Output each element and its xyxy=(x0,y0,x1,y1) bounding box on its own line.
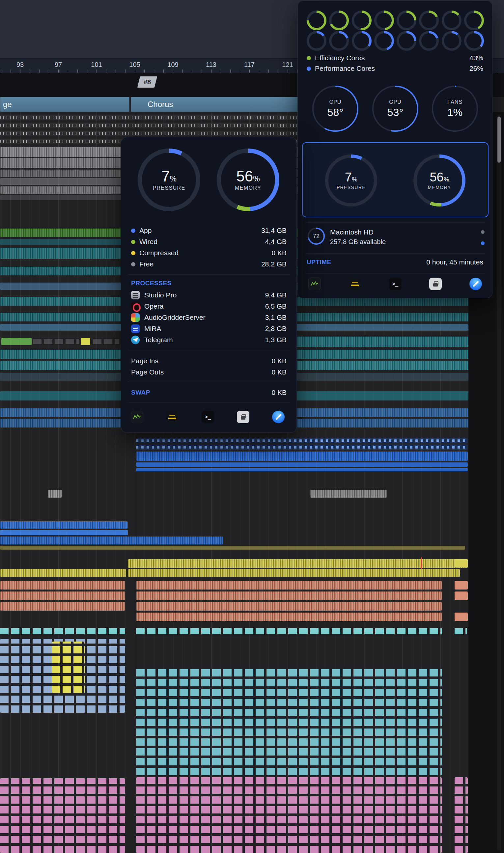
terminal-icon[interactable]: >_ xyxy=(202,411,214,423)
clip-yellow[interactable] xyxy=(81,338,90,345)
process-value: 3,1 GB xyxy=(265,313,287,322)
performance-cores-legend: Performance Cores 26% xyxy=(307,63,483,73)
divider xyxy=(304,253,486,254)
app-value: 31,4 GB xyxy=(261,226,287,235)
audio-region[interactable] xyxy=(136,602,442,611)
midi-region[interactable] xyxy=(136,627,442,636)
free-dot xyxy=(131,262,136,267)
midi-region[interactable] xyxy=(455,627,467,636)
divider xyxy=(128,402,290,402)
midi-grid-region[interactable] xyxy=(0,778,125,853)
audio-region[interactable] xyxy=(0,569,126,577)
midi-region[interactable] xyxy=(136,444,468,450)
audio-region[interactable] xyxy=(0,602,125,611)
pressure-unit: % xyxy=(170,175,177,183)
clip-slots[interactable] xyxy=(93,338,119,345)
audio-region[interactable] xyxy=(136,581,442,589)
section-label: Chorus xyxy=(148,100,173,109)
wired-label: Wired xyxy=(139,238,158,246)
audio-region[interactable] xyxy=(0,537,223,544)
midi-region[interactable] xyxy=(0,627,125,636)
section-region-left[interactable]: ge xyxy=(0,97,129,112)
audio-region[interactable] xyxy=(136,613,442,621)
audio-region[interactable] xyxy=(455,581,468,589)
core-gauge xyxy=(307,11,326,30)
memory-summary-box[interactable]: 7% PRESSURE 56% MEMORY xyxy=(302,142,488,217)
swap-label: SWAP xyxy=(131,389,150,396)
memory-label: MEMORY xyxy=(235,185,261,191)
status-widget-icon[interactable] xyxy=(348,278,361,290)
ruler-number: 117 xyxy=(244,61,255,69)
core-gauge xyxy=(374,11,394,30)
memory-value: 56 xyxy=(236,168,253,185)
midi-grid-region[interactable] xyxy=(52,641,85,693)
audio-region[interactable] xyxy=(455,559,468,567)
fans-value: 1% xyxy=(447,106,463,119)
graph-line xyxy=(133,413,141,421)
lock-icon[interactable] xyxy=(429,278,442,290)
uptime-value: 0 hour, 45 minutes xyxy=(426,258,483,266)
lock-icon[interactable] xyxy=(237,411,249,423)
core-gauge xyxy=(419,31,439,51)
legend-row-compressed: Compressed 0 KB xyxy=(131,248,287,258)
clip-green[interactable] xyxy=(1,338,32,345)
vertical-scrollbar[interactable] xyxy=(497,115,501,850)
browser-compass-icon[interactable] xyxy=(272,411,285,423)
audio-region[interactable] xyxy=(310,490,387,497)
process-name: MiRA xyxy=(144,325,161,333)
process-row[interactable]: Telegram 1,3 GB xyxy=(131,335,287,345)
ruler-number: 101 xyxy=(91,61,102,69)
performance-value: 26% xyxy=(469,65,483,72)
midi-grid-region[interactable] xyxy=(455,777,468,853)
ruler-number: 113 xyxy=(206,61,216,69)
audio-region[interactable] xyxy=(455,592,468,600)
memory-unit: % xyxy=(444,176,449,183)
compressed-value: 0 KB xyxy=(271,249,287,257)
process-value: 6,5 GB xyxy=(265,302,287,310)
process-row[interactable]: Studio Pro 9,4 GB xyxy=(131,290,287,300)
audio-region[interactable] xyxy=(136,462,468,467)
clip-slots[interactable] xyxy=(33,338,79,345)
midi-grid-region[interactable] xyxy=(136,777,442,853)
scrollbar-thumb[interactable] xyxy=(498,116,501,163)
divider xyxy=(304,273,486,273)
ruler-number: 93 xyxy=(16,61,24,69)
playhead-marker xyxy=(421,557,422,569)
audio-region[interactable] xyxy=(136,468,468,471)
audio-region[interactable] xyxy=(128,569,460,577)
marker-flag[interactable]: #8 xyxy=(137,76,157,88)
audio-region[interactable] xyxy=(455,613,468,621)
swap-row: SWAP 0 KB xyxy=(131,388,287,398)
pressure-label: PRESSURE xyxy=(337,185,366,190)
page-ins-label: Page Ins xyxy=(131,357,159,365)
core-gauge xyxy=(352,11,372,30)
audio-region[interactable] xyxy=(0,592,125,600)
browser-compass-icon[interactable] xyxy=(469,278,482,290)
process-name: AudioGridderServer xyxy=(144,313,205,322)
process-name: Studio Pro xyxy=(144,291,177,299)
midi-grid-region[interactable] xyxy=(136,667,442,775)
divider xyxy=(128,274,290,275)
audio-region[interactable] xyxy=(48,490,61,497)
audio-region[interactable] xyxy=(0,530,128,535)
audio-region[interactable] xyxy=(128,559,468,568)
process-value: 9,4 GB xyxy=(265,291,287,299)
audio-region[interactable] xyxy=(0,546,465,550)
activity-graph-icon[interactable] xyxy=(131,411,143,423)
process-row[interactable]: AudioGridderServer 3,1 GB xyxy=(131,312,287,323)
process-value: 2,8 GB xyxy=(265,325,287,333)
audio-region[interactable] xyxy=(136,592,442,600)
activity-graph-icon[interactable] xyxy=(308,278,321,290)
midi-region[interactable] xyxy=(136,438,468,443)
process-row[interactable]: MiRA 2,8 GB xyxy=(131,324,287,333)
audio-region[interactable] xyxy=(0,581,125,589)
process-row[interactable]: Opera 6,5 GB xyxy=(131,301,287,311)
memory-gauge: 56% MEMORY xyxy=(413,155,466,206)
terminal-glyph: >_ xyxy=(392,281,398,287)
performance-dot xyxy=(307,67,311,71)
terminal-icon[interactable]: >_ xyxy=(389,278,401,290)
audio-region[interactable] xyxy=(0,521,128,529)
audio-region[interactable] xyxy=(136,452,468,461)
status-widget-icon[interactable] xyxy=(166,411,179,423)
memory-popover: 7% PRESSURE 56% MEMORY App 31,4 GB Wired… xyxy=(121,137,297,433)
